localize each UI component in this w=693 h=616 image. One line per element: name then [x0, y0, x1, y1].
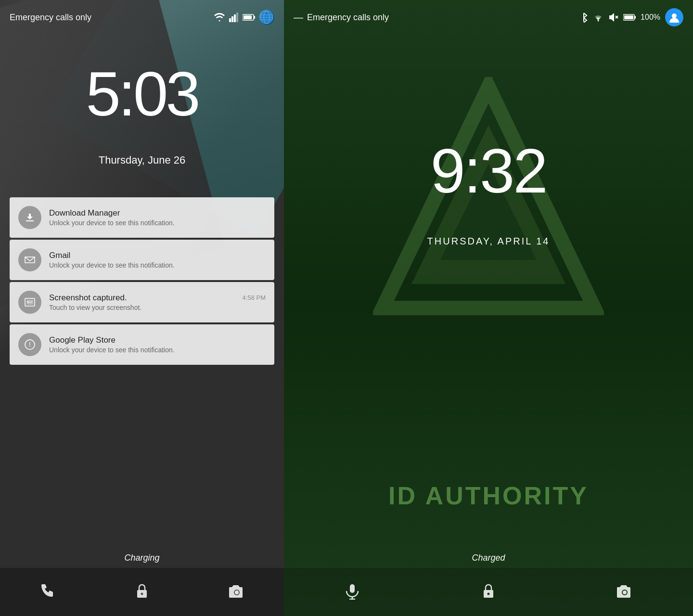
svg-rect-2	[234, 14, 236, 22]
svg-text:!: !	[29, 341, 31, 348]
notification-play-store-title: Google Play Store	[49, 335, 266, 345]
notification-screenshot-time: 4:58 PM	[243, 294, 266, 301]
left-status-icons	[214, 10, 274, 25]
right-charging-status: Charged	[284, 553, 693, 563]
svg-point-32	[672, 13, 677, 18]
right-dash-icon: —	[294, 12, 303, 23]
svg-rect-31	[624, 15, 633, 19]
battery-icon	[243, 13, 255, 21]
bluetooth-icon	[580, 12, 588, 23]
notification-gmail[interactable]: Gmail Unlock your device to see this not…	[10, 240, 274, 280]
notification-list: Download Manager Unlock your device to s…	[10, 197, 274, 365]
camera-icon[interactable]	[228, 582, 245, 602]
left-emergency-text: Emergency calls only	[10, 13, 91, 23]
play-store-icon: !	[18, 333, 41, 356]
notification-play-store-content: Google Play Store Unlock your device to …	[49, 335, 266, 354]
right-status-right: 100%	[580, 8, 683, 26]
svg-rect-5	[254, 16, 256, 19]
globe-icon	[259, 10, 274, 25]
right-phone-screen: ID AUTHORITY — Emergency calls only	[284, 0, 693, 616]
screenshot-icon	[18, 291, 41, 314]
notification-gmail-subtitle: Unlock your device to see this notificat…	[49, 261, 266, 269]
svg-point-25	[598, 20, 599, 22]
left-clock: 5:03	[0, 58, 284, 130]
right-emergency-text: Emergency calls only	[307, 13, 389, 23]
notification-download[interactable]: Download Manager Unlock your device to s…	[10, 197, 274, 238]
battery-icon-right	[623, 13, 636, 21]
android-authority-text: ID AUTHORITY	[284, 481, 693, 510]
battery-percent: 100%	[641, 13, 660, 22]
lock-icon[interactable]	[133, 582, 151, 602]
left-bottom-bar	[0, 568, 284, 616]
right-clock: 9:32	[284, 135, 693, 207]
notification-screenshot-content: Screenshot captured. 4:58 PM Touch to vi…	[49, 293, 266, 311]
notification-screenshot[interactable]: Screenshot captured. 4:58 PM Touch to vi…	[10, 282, 274, 322]
wifi-icon	[214, 13, 225, 22]
svg-point-19	[141, 593, 143, 595]
svg-rect-3	[236, 13, 238, 22]
svg-rect-1	[231, 16, 233, 22]
download-manager-icon	[18, 206, 41, 229]
notification-play-store-subtitle: Unlock your device to see this notificat…	[49, 346, 266, 354]
svg-point-21	[235, 590, 239, 594]
notification-download-subtitle: Unlock your device to see this notificat…	[49, 219, 266, 227]
notification-gmail-content: Gmail Unlock your device to see this not…	[49, 251, 266, 269]
notification-screenshot-subtitle: Touch to view your screenshot.	[49, 304, 266, 311]
left-phone-screen: Emergency calls only	[0, 0, 284, 616]
svg-rect-6	[244, 15, 252, 19]
signal-icon	[229, 13, 239, 22]
left-charging-status: Charging	[0, 553, 284, 563]
left-date: Thursday, June 26	[0, 154, 284, 167]
svg-point-37	[487, 593, 489, 595]
mic-icon[interactable]	[344, 582, 361, 602]
gmail-icon	[18, 248, 41, 271]
right-status-left: — Emergency calls only	[294, 12, 389, 23]
svg-point-15	[27, 301, 29, 303]
right-lock-icon[interactable]	[480, 582, 497, 602]
notification-play-store[interactable]: ! Google Play Store Unlock your device t…	[10, 324, 274, 365]
left-status-bar: Emergency calls only	[0, 0, 284, 35]
right-date: THURSDAY, APRIL 14	[284, 236, 693, 247]
notification-download-title: Download Manager	[49, 208, 266, 218]
right-camera-icon[interactable]	[616, 582, 633, 602]
notification-gmail-title: Gmail	[49, 251, 266, 260]
svg-rect-30	[635, 16, 636, 19]
mute-icon	[609, 12, 618, 23]
wifi-icon-right	[592, 13, 604, 22]
svg-marker-26	[609, 13, 614, 22]
right-bottom-bar	[284, 568, 693, 616]
user-avatar[interactable]	[665, 8, 683, 26]
notification-download-content: Download Manager Unlock your device to s…	[49, 208, 266, 227]
svg-point-39	[623, 590, 627, 594]
notification-screenshot-title: Screenshot captured.	[49, 293, 127, 303]
svg-rect-0	[229, 18, 231, 22]
right-status-bar: — Emergency calls only	[284, 0, 693, 35]
svg-rect-33	[350, 584, 355, 593]
svg-rect-12	[26, 220, 34, 221]
phone-icon[interactable]	[38, 582, 56, 602]
